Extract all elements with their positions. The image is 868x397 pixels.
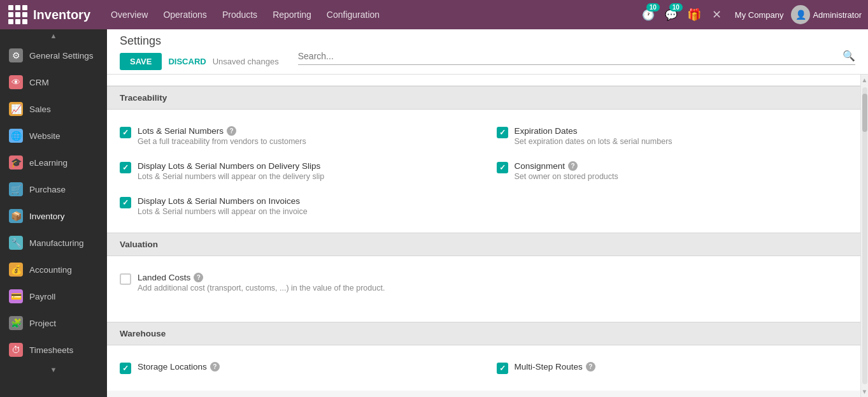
traceability-body: ✓ Lots & Serial Numbers ? Get a full tra… [107,110,860,233]
setting-consignment: ✓ Consignment ? Set owner on stored prod… [497,157,848,185]
clock-button[interactable]: 🕐 10 [638,4,658,25]
sidebar-scroll-down[interactable]: ▼ [0,363,107,376]
valuation-row-1: Landed Costs ? Add additional cost (tran… [120,265,848,300]
warehouse-label-right: Multi-Step Routes ? [515,362,848,372]
warehouse-label-left: Storage Locations ? [138,362,471,372]
search-icon[interactable]: 🔍 [843,50,855,62]
company-name[interactable]: My Company [735,10,784,20]
valuation-spacer [120,300,848,313]
nav-configuration[interactable]: Configuration [319,0,387,29]
traceability-section: Traceability ✓ Lots & Serial [107,86,860,233]
display-lots-delivery-label: Display Lots & Serial Numbers on Deliver… [138,161,471,171]
inventory-icon: 📦 [9,209,23,223]
multistep-routes-help-icon[interactable]: ? [586,362,595,372]
sidebar-item-sales[interactable]: 📈Sales [0,96,107,122]
consignment-checkbox[interactable]: ✓ [497,162,508,173]
sidebar-label-elearning: eLearning [29,158,68,168]
content-wrapper: Traceability ✓ Lots & Serial [107,75,868,397]
scroll-down-arrow[interactable]: ▼ [860,386,868,397]
website-icon: 🌐 [9,129,23,143]
elearning-icon: 🎓 [9,155,23,170]
display-lots-invoices-desc: Lots & Serial numbers will appear on the… [138,207,471,216]
sidebar-item-manufacturing[interactable]: 🔧Manufacturing [0,229,107,256]
nav-operations[interactable]: Operations [155,0,214,29]
sidebar-scroll-up[interactable]: ▲ [0,29,107,42]
nav-overview[interactable]: Overview [103,0,155,29]
crm-icon: 👁 [9,75,23,89]
manufacturing-icon: 🔧 [9,236,23,250]
sidebar-item-general-settings[interactable]: ⚙General Settings [0,42,107,69]
sidebar-item-elearning[interactable]: 🎓eLearning [0,149,107,176]
apps-menu-button[interactable] [6,3,29,26]
navbar-right: 🕐 10 💬 10 🎁 ✕ My Company 👤 Administrator [638,4,862,25]
sidebar-item-website[interactable]: 🌐Website [0,122,107,149]
discard-button[interactable]: DISCARD [168,57,206,66]
sidebar-item-payroll[interactable]: 💳Payroll [0,283,107,310]
timesheets-icon: ⏱ [9,343,23,357]
warehouse-row-1: ✓ Storage Locations ? [120,354,848,382]
traceability-header: Traceability [107,86,860,110]
expiration-dates-desc: Set expiration dates on lots & serial nu… [515,137,848,146]
payroll-icon: 💳 [9,289,23,303]
landed-costs-checkbox[interactable] [120,273,131,285]
consignment-label: Consignment ? [515,161,848,171]
chat-button[interactable]: 💬 10 [661,4,681,25]
warehouse-checkbox-left[interactable]: ✓ [120,363,131,374]
landed-costs-help-icon[interactable]: ? [194,273,203,282]
display-lots-delivery-desc: Lots & Serial numbers will appear on the… [138,172,471,181]
save-button[interactable]: SAVE [120,53,162,70]
sidebar-item-crm[interactable]: 👁CRM [0,69,107,96]
valuation-body: Landed Costs ? Add additional cost (tran… [107,256,860,322]
warehouse-header: Warehouse [107,322,860,345]
lots-serial-help-icon[interactable]: ? [227,126,236,136]
unsaved-changes-text: Unsaved changes [213,57,279,66]
project-icon: 🧩 [9,316,23,330]
purchase-icon: 🛒 [9,182,23,196]
sidebar-label-crm: CRM [29,78,49,87]
lots-serial-label: Lots & Serial Numbers ? [138,126,471,136]
setting-expiration-dates: ✓ Expiration Dates Set expiration dates … [497,122,848,150]
layout: ▲ ⚙General Settings👁CRM📈Sales🌐Website🎓eL… [0,29,868,397]
admin-name[interactable]: Administrator [813,10,862,20]
display-lots-delivery-checkbox[interactable]: ✓ [120,162,131,173]
close-button[interactable]: ✕ [707,4,727,25]
display-lots-invoices-label: Display Lots & Serial Numbers on Invoice… [138,196,471,206]
sidebar-item-project[interactable]: 🧩Project [0,310,107,336]
display-lots-invoices-checkbox[interactable]: ✓ [120,197,131,208]
sidebar-items: ⚙General Settings👁CRM📈Sales🌐Website🎓eLea… [0,42,107,363]
content-scroll[interactable]: Traceability ✓ Lots & Serial [107,75,860,397]
sidebar-label-timesheets: Timesheets [29,345,73,355]
main-header: Settings SAVE DISCARD Unsaved changes 🔍 [107,29,868,75]
sidebar-item-purchase[interactable]: 🛒Purchase [0,176,107,203]
warehouse-setting-left: ✓ Storage Locations ? [120,358,471,378]
nav-products[interactable]: Products [215,0,265,29]
chat-badge: 10 [669,3,683,11]
sidebar-label-inventory: Inventory [29,212,65,221]
traceability-row-3: ✓ Display Lots & Serial Numbers on Invoi… [120,189,848,224]
warehouse-setting-right: ✓ Multi-Step Routes ? [497,358,848,378]
sidebar-item-timesheets[interactable]: ⏱Timesheets [0,336,107,363]
general-settings-icon: ⚙ [9,48,23,62]
search-input[interactable] [298,51,843,61]
sidebar-label-website: Website [29,131,60,141]
setting-lots-serial: ✓ Lots & Serial Numbers ? Get a full tra… [120,122,471,150]
expiration-dates-label: Expiration Dates [515,126,848,136]
app-title: Inventory [33,8,90,22]
sidebar-item-inventory[interactable]: 📦Inventory [0,203,107,229]
scroll-track[interactable] [862,87,867,384]
scroll-thumb[interactable] [862,94,867,132]
avatar[interactable]: 👤 [791,5,810,24]
lots-serial-checkbox[interactable]: ✓ [120,127,131,138]
navbar: Inventory Overview Operations Products R… [0,0,868,29]
expiration-dates-checkbox[interactable]: ✓ [497,127,508,138]
scroll-up-arrow[interactable]: ▲ [860,75,868,85]
warehouse-body: ✓ Storage Locations ? [107,345,860,391]
storage-locations-help-icon[interactable]: ? [210,362,220,372]
consignment-help-icon[interactable]: ? [568,161,578,171]
gift-button[interactable]: 🎁 [684,4,704,25]
nav-reporting[interactable]: Reporting [265,0,319,29]
close-icon: ✕ [712,8,722,22]
sidebar-item-accounting[interactable]: 💰Accounting [0,256,107,283]
page-title: Settings [120,34,279,48]
warehouse-checkbox-right[interactable]: ✓ [497,363,508,374]
